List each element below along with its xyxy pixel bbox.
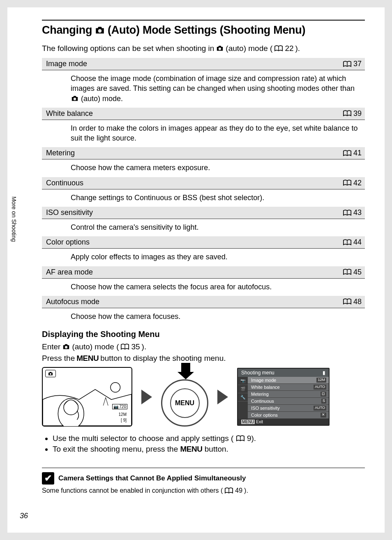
menu-item-value: ⊡ bbox=[321, 392, 326, 397]
page-ref: 42 bbox=[343, 179, 362, 187]
desc-text: Change settings to Continuous or BSS (be… bbox=[71, 194, 264, 202]
menu-screen-header: Shooting menu ▮ bbox=[238, 369, 329, 377]
option-row: Continuous 42 bbox=[42, 177, 365, 189]
scene-display: 📷 720 12M [ 9] bbox=[42, 367, 132, 427]
ref-num: 48 bbox=[353, 298, 362, 306]
bullet-list: Use the multi selector to choose and app… bbox=[53, 434, 365, 454]
menu-item-value: S bbox=[321, 399, 326, 404]
option-desc: Choose how the camera meters exposure. bbox=[42, 159, 365, 177]
option-name: Continuous bbox=[46, 179, 83, 187]
desc-text: Apply color effects to images as they ar… bbox=[71, 253, 228, 261]
ref-num: 45 bbox=[353, 268, 362, 277]
scene-illustration bbox=[43, 377, 131, 426]
option-name: White balance bbox=[46, 109, 93, 118]
menu-button[interactable]: MENU bbox=[161, 379, 208, 427]
menu-label: MENU bbox=[180, 445, 203, 453]
ref-num: 42 bbox=[353, 179, 362, 187]
option-row: Metering 41 bbox=[42, 147, 365, 159]
badge-720-text: 720 bbox=[119, 404, 126, 409]
bullet-item: To exit the shooting menu, press the MEN… bbox=[53, 445, 365, 454]
svg-point-2 bbox=[111, 383, 120, 392]
option-desc: Choose how the camera selects the focus … bbox=[42, 279, 365, 296]
option-row: ISO sensitivity 43 bbox=[42, 207, 365, 219]
tab-setup-icon: 🔧 bbox=[238, 393, 248, 402]
battery-icon: ▮ bbox=[323, 370, 325, 376]
desc-text: Choose how the camera selects the focus … bbox=[71, 283, 272, 291]
menu-item-value: ✕ bbox=[321, 413, 326, 418]
bullet-text: To exit the shooting menu, press the bbox=[53, 445, 178, 453]
option-desc: Control the camera's sensitivity to ligh… bbox=[42, 219, 365, 236]
book-icon bbox=[224, 487, 233, 494]
desc-post: (auto) mode. bbox=[81, 95, 123, 103]
desc-text: Choose how the camera focuses. bbox=[71, 312, 180, 321]
intro-ref: 22 bbox=[285, 44, 293, 53]
menu-item[interactable]: Color options✕ bbox=[248, 412, 329, 419]
arrow-down-icon bbox=[178, 363, 194, 378]
book-icon bbox=[236, 435, 245, 442]
menu-item-label: ISO sensitivity bbox=[251, 406, 280, 411]
camera-icon bbox=[216, 45, 224, 52]
note-heading-row: ✔ Camera Settings that Cannot Be Applied… bbox=[42, 472, 365, 485]
intro-text: The following options can be set when sh… bbox=[42, 44, 365, 53]
menu-tabs: 📷 🎬 🔧 bbox=[238, 377, 248, 419]
camera-icon bbox=[95, 26, 105, 35]
bullet-text2: button. bbox=[205, 445, 228, 453]
arrow-right-icon bbox=[141, 390, 152, 404]
ref-num: 39 bbox=[353, 109, 362, 118]
menu-item-value: 12M bbox=[316, 378, 326, 383]
intro-post: (auto) mode ( bbox=[226, 44, 272, 53]
page-ref: 41 bbox=[343, 149, 362, 157]
enter-ref: 35 bbox=[131, 342, 140, 351]
desc-text: Control the camera's sensitivity to ligh… bbox=[71, 223, 199, 231]
option-row: Image mode 37 bbox=[42, 58, 365, 70]
press-pre: Press the bbox=[42, 354, 75, 363]
menu-item[interactable]: ContinuousS bbox=[248, 398, 329, 405]
menu-item[interactable]: White balanceAUTO bbox=[248, 384, 329, 391]
book-icon bbox=[343, 150, 352, 157]
option-row: AF area mode 45 bbox=[42, 266, 365, 279]
menu-item-label: Metering bbox=[251, 392, 269, 397]
intro-pre: The following options can be set when sh… bbox=[42, 44, 214, 53]
tab-shoot-icon: 📷 bbox=[238, 377, 248, 385]
menu-item-label: Image mode bbox=[251, 378, 276, 383]
option-name: AF area mode bbox=[46, 268, 93, 277]
ref-num: 43 bbox=[353, 208, 362, 217]
title-pre: Changing bbox=[42, 24, 92, 37]
note-body-close: ). bbox=[244, 487, 248, 494]
badge-resolution: 12M bbox=[119, 412, 127, 417]
menu-item[interactable]: ISO sensitivityAUTO bbox=[248, 405, 329, 412]
enter-pre: Enter bbox=[42, 342, 60, 351]
note-body-ref: 49 bbox=[235, 487, 242, 494]
option-row: Autofocus mode 48 bbox=[42, 296, 365, 308]
option-name: Color options bbox=[46, 238, 90, 247]
note-body: Some functions cannot be enabled in conj… bbox=[42, 487, 365, 494]
menu-button-label: MENU bbox=[170, 388, 200, 418]
press-post: button to display the shooting menu. bbox=[100, 354, 226, 363]
check-icon: ✔ bbox=[42, 472, 54, 485]
option-name: Autofocus mode bbox=[46, 298, 99, 306]
enter-mid: (auto) mode ( bbox=[72, 342, 119, 351]
menu-item[interactable]: Image mode12M bbox=[248, 377, 329, 384]
page-ref: 48 bbox=[343, 298, 362, 306]
camera-icon bbox=[71, 95, 79, 102]
camera-icon bbox=[62, 344, 70, 350]
note-body-pre: Some functions cannot be enabled in conj… bbox=[42, 487, 223, 494]
ref-num: 44 bbox=[353, 238, 362, 247]
book-icon bbox=[274, 45, 283, 52]
sub-heading: Displaying the Shooting Menu bbox=[42, 330, 365, 339]
title-post: (Auto) Mode Settings (Shooting Menu) bbox=[108, 24, 305, 37]
menu-foot-btn: MENU bbox=[241, 420, 255, 424]
menu-item[interactable]: Metering⊡ bbox=[248, 391, 329, 398]
book-icon bbox=[343, 298, 352, 305]
enter-line: Enter (auto) mode ( 35 ). bbox=[42, 342, 365, 351]
menu-screen: Shooting menu ▮ 📷 🎬 🔧 Image mode12M Whit… bbox=[237, 368, 330, 426]
option-row: White balance 39 bbox=[42, 108, 365, 120]
intro-close: ). bbox=[295, 44, 300, 53]
note-heading: Camera Settings that Cannot Be Applied S… bbox=[58, 474, 246, 482]
diagram-row: 📷 720 12M [ 9] MENU Shooting menu ▮ bbox=[42, 367, 365, 427]
badge-720: 📷 720 bbox=[112, 404, 127, 409]
tab-movie-icon: 🎬 bbox=[238, 385, 248, 393]
desc-text: Choose how the camera meters exposure. bbox=[71, 164, 210, 172]
book-icon bbox=[343, 180, 352, 186]
menu-item-label: Color options bbox=[251, 413, 278, 418]
